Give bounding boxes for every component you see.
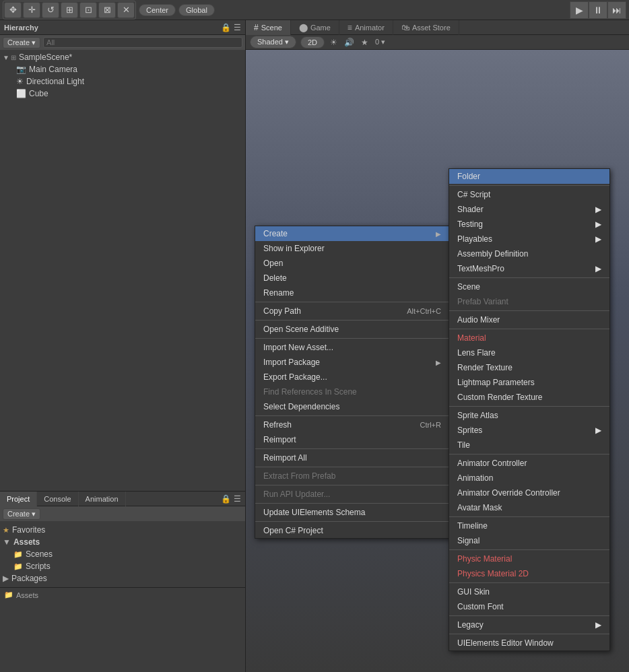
scale-tool-btn[interactable]: ⊞ xyxy=(61,2,78,18)
project-menu-icon[interactable]: ☰ xyxy=(234,494,241,504)
favorites-label: Favorites xyxy=(12,525,45,535)
project-create-btn[interactable]: Create ▾ xyxy=(3,508,40,520)
ctx-update-uielements[interactable]: Update UIElements Schema xyxy=(255,505,449,520)
hierarchy-create-btn[interactable]: Create ▾ xyxy=(3,37,40,48)
ctx-reimport-all-label: Reimport All xyxy=(263,453,307,463)
hierarchy-item-cube[interactable]: ⬜ Cube xyxy=(0,88,245,100)
project-lock-icon[interactable]: 🔒 xyxy=(221,494,231,504)
ctx-sep-5 xyxy=(255,448,449,449)
ctx-r-gui-skin[interactable]: GUI Skin xyxy=(449,584,609,599)
ctx-r-physic-material[interactable]: Physic Material xyxy=(449,551,609,566)
lighting-icon[interactable]: ☀ xyxy=(330,38,337,47)
2d-btn[interactable]: 2D xyxy=(300,36,325,48)
ctx-r-assembly-def[interactable]: Assembly Definition xyxy=(449,246,609,261)
assets-footer: 📁 Assets xyxy=(0,587,245,602)
hierarchy-item-directional-light[interactable]: ☀ Directional Light xyxy=(0,75,245,88)
scene-tab-animator[interactable]: ≡ Animator xyxy=(339,20,393,35)
ctx-create-label: Create xyxy=(263,229,288,238)
ctx-import-package[interactable]: Import Package ▶ xyxy=(255,355,449,370)
ctx-open[interactable]: Open xyxy=(255,256,449,271)
fx-icon[interactable]: ★ xyxy=(361,38,368,47)
ctx-rename[interactable]: Rename xyxy=(255,285,449,300)
play-button[interactable]: ▶ xyxy=(570,1,589,19)
gizmos-icon[interactable]: 0 ▾ xyxy=(375,38,385,46)
rotate-tool-btn[interactable]: ↺ xyxy=(42,2,59,18)
ctx-open-scene-additive[interactable]: Open Scene Additive xyxy=(255,322,449,337)
tree-item-scenes[interactable]: 📁 Scenes xyxy=(0,548,245,560)
ctx-r-sprites[interactable]: Sprites ▶ xyxy=(449,423,609,438)
ctx-r-animation[interactable]: Animation xyxy=(449,471,609,485)
scene-tab-assetstore[interactable]: 🛍 Asset Store xyxy=(393,20,459,35)
tab-project[interactable]: Project xyxy=(0,492,37,506)
ctx-show-in-explorer-label: Show in Explorer xyxy=(263,244,325,253)
ctx-delete[interactable]: Delete xyxy=(255,271,449,285)
ctx-r-custom-render-texture[interactable]: Custom Render Texture xyxy=(449,390,609,405)
scene-tabs: # Scene ⬤ Game ≡ Animator 🛍 Asset Store xyxy=(246,20,629,35)
ctx-r-uielements-editor[interactable]: UIElements Editor Window xyxy=(449,636,609,650)
step-button[interactable]: ⏭ xyxy=(607,1,626,19)
ctx-select-dependencies[interactable]: Select Dependencies xyxy=(255,399,449,414)
tab-console[interactable]: Console xyxy=(37,492,78,506)
tab-animation[interactable]: Animation xyxy=(79,492,126,506)
ctx-r-testing[interactable]: Testing ▶ xyxy=(449,217,609,232)
tree-item-assets[interactable]: ▼ Assets xyxy=(0,536,245,548)
ctx-show-in-explorer[interactable]: Show in Explorer xyxy=(255,241,449,256)
ctx-r-tile[interactable]: Tile xyxy=(449,438,609,452)
ctx-export-package[interactable]: Export Package... xyxy=(255,370,449,384)
ctx-sep-3 xyxy=(255,338,449,339)
pause-button[interactable]: ⏸ xyxy=(589,1,607,19)
ctx-reimport[interactable]: Reimport xyxy=(255,432,449,447)
ctx-r-animator-override[interactable]: Animator Override Controller xyxy=(449,485,609,500)
transform-tool-btn[interactable]: ⊠ xyxy=(98,2,116,18)
pivot-global-btn[interactable]: Global xyxy=(178,4,215,16)
play-controls: ▶ ⏸ ⏭ xyxy=(570,1,626,19)
ctx-sep-8 xyxy=(255,503,449,504)
ctx-r-audio-mixer[interactable]: Audio Mixer xyxy=(449,312,609,327)
ctx-r-tile-label: Tile xyxy=(457,440,470,450)
ctx-r-render-texture[interactable]: Render Texture xyxy=(449,360,609,375)
pivot-center-btn[interactable]: Center xyxy=(139,4,176,16)
ctx-r-avatar-mask[interactable]: Avatar Mask xyxy=(449,500,609,515)
ctx-r-textmeshpro[interactable]: TextMeshPro ▶ xyxy=(449,261,609,276)
ctx-r-physics-material-2d[interactable]: Physics Material 2D xyxy=(449,566,609,581)
ctx-r-sprite-atlas[interactable]: Sprite Atlas xyxy=(449,408,609,423)
scene-root[interactable]: ▼ ⊞ SampleScene* xyxy=(0,51,245,63)
ctx-r-legacy[interactable]: Legacy ▶ xyxy=(449,617,609,632)
ctx-r-folder[interactable]: Folder xyxy=(449,169,609,184)
ctx-r-material[interactable]: Material xyxy=(449,331,609,345)
ctx-import-new-asset[interactable]: Import New Asset... xyxy=(255,340,449,355)
cube-icon: ⬜ xyxy=(5,89,26,98)
scene-name: SampleScene* xyxy=(19,53,72,62)
ctx-r-timeline[interactable]: Timeline xyxy=(449,518,609,533)
hierarchy-search[interactable] xyxy=(43,37,242,48)
ctx-open-csharp[interactable]: Open C# Project xyxy=(255,523,449,538)
ctx-r-animator-controller[interactable]: Animator Controller xyxy=(449,456,609,471)
lock-icon[interactable]: 🔒 xyxy=(221,23,231,32)
ctx-r-lightmap-params[interactable]: Lightmap Parameters xyxy=(449,375,609,390)
ctx-r-playables[interactable]: Playables ▶ xyxy=(449,232,609,246)
hand-tool-btn[interactable]: ✥ xyxy=(4,2,22,18)
tree-item-favorites[interactable]: ★ Favorites xyxy=(0,524,245,536)
audio-icon[interactable]: 🔊 xyxy=(344,38,354,47)
ctx-create[interactable]: Create ▶ xyxy=(255,226,449,241)
tree-item-packages[interactable]: ▶ Packages xyxy=(0,572,245,584)
scenes-label: Scenes xyxy=(26,549,53,559)
ctx-r-lens-flare[interactable]: Lens Flare xyxy=(449,345,609,360)
hierarchy-item-main-camera[interactable]: 📷 Main Camera xyxy=(0,63,245,75)
ctx-r-signal[interactable]: Signal xyxy=(449,533,609,548)
ctx-copy-path[interactable]: Copy Path Alt+Ctrl+C xyxy=(255,304,449,318)
scene-tab-scene[interactable]: # Scene xyxy=(246,20,291,35)
custom-tool-btn[interactable]: ✕ xyxy=(117,2,135,18)
move-tool-btn[interactable]: ✛ xyxy=(23,2,40,18)
ctx-refresh[interactable]: Refresh Ctrl+R xyxy=(255,417,449,432)
ctx-r-csharp-script[interactable]: C# Script xyxy=(449,187,609,202)
ctx-r-shader[interactable]: Shader ▶ xyxy=(449,202,609,217)
hierarchy-menu-icon[interactable]: ☰ xyxy=(234,23,241,32)
ctx-reimport-all[interactable]: Reimport All xyxy=(255,450,449,465)
rect-tool-btn[interactable]: ⊡ xyxy=(79,2,97,18)
ctx-r-scene[interactable]: Scene xyxy=(449,279,609,294)
ctx-r-custom-font[interactable]: Custom Font xyxy=(449,599,609,614)
shading-mode-btn[interactable]: Shaded ▾ xyxy=(250,36,296,48)
scene-tab-game[interactable]: ⬤ Game xyxy=(291,20,339,35)
tree-item-scripts[interactable]: 📁 Scripts xyxy=(0,560,245,572)
